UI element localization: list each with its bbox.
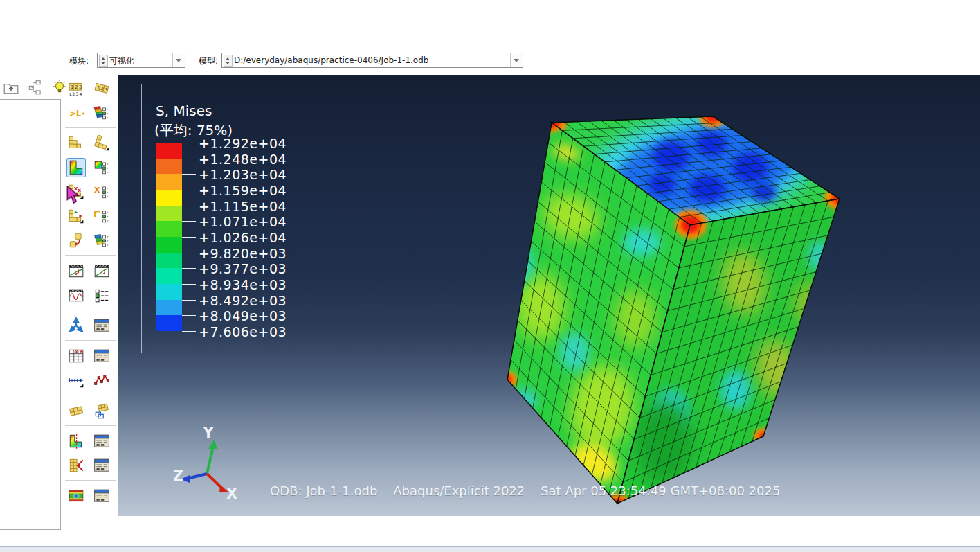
legend-tick-label: +8.934e+03	[199, 277, 287, 292]
model-combobox-value: D:/everyday/abaqus/practice-0406/Job-1-1…	[234, 55, 428, 65]
legend-color-band	[156, 143, 182, 159]
legend-color-band	[156, 221, 182, 237]
legend-tick	[182, 284, 196, 285]
element-labels-icon[interactable]: 123L234	[66, 79, 86, 98]
plot-symbols-icon[interactable]: >L<	[66, 103, 86, 123]
svg-text:L234: L234	[69, 91, 82, 96]
results-tree-panel[interactable]	[0, 99, 61, 530]
state-line-odb: ODB: Job-1-1.odb Abaqus/Explicit 2022 Sa…	[270, 482, 780, 499]
toolbox-row	[62, 155, 118, 179]
ply-stack-plot-icon[interactable]	[66, 456, 86, 475]
stream-options-dialog-icon[interactable]	[92, 486, 111, 506]
contour-legend: S, Mises (平均: 75%) +1.292e+04+1.248e+04+…	[141, 84, 311, 353]
visualization-toolbox: 123L234123>L<xxXXY	[62, 76, 118, 508]
legend-tick	[182, 174, 196, 175]
legend-tick	[182, 206, 196, 206]
xy-path-icon[interactable]	[66, 371, 86, 390]
view-cut-icon[interactable]	[66, 431, 86, 451]
undeformed-shape-icon[interactable]	[66, 134, 86, 153]
legend-color-band	[156, 190, 182, 206]
xy-options-dialog-icon[interactable]	[92, 346, 111, 366]
toolbox-row	[62, 429, 118, 453]
legend-tick	[182, 159, 196, 159]
toolbox-row	[62, 398, 118, 422]
legend-color-band	[156, 237, 182, 253]
toolbox-row	[62, 368, 118, 392]
view-cut-dialog-icon[interactable]	[92, 431, 111, 451]
toolbox-divider	[65, 310, 116, 310]
svg-text:3: 3	[104, 87, 108, 93]
material-orientation-icon[interactable]	[66, 206, 86, 226]
svg-text:X: X	[75, 348, 78, 353]
spinner-icon[interactable]	[224, 55, 233, 67]
legend-tick-label: +8.049e+03	[199, 308, 287, 323]
tree-view-icon[interactable]	[26, 78, 45, 97]
free-body-options-icon[interactable]	[92, 401, 111, 420]
legend-tick	[182, 268, 196, 269]
svg-text:2: 2	[75, 84, 78, 90]
field-output-list-icon[interactable]	[92, 103, 111, 123]
module-combobox-value: 可视化	[109, 55, 134, 67]
toolbox-divider	[65, 425, 116, 426]
deformed-shape-icon[interactable]	[92, 134, 111, 153]
svg-text:Y: Y	[79, 348, 83, 353]
result-options-list-icon[interactable]	[92, 231, 111, 250]
view-triad: Y Z X	[173, 425, 237, 502]
multi-plot-arrows-icon[interactable]	[66, 316, 86, 335]
ply-stack-dialog-icon[interactable]	[92, 456, 111, 475]
toolbox-row	[62, 453, 118, 477]
legend-tick	[182, 253, 196, 253]
contour-options-list-icon[interactable]	[92, 158, 111, 177]
toolbox-row	[62, 258, 118, 283]
viewport-3d[interactable]: Y Z X S, Mises (平均: 75%) +1.292e+04+1.24…	[118, 75, 980, 516]
legend-color-band	[156, 174, 182, 190]
contour-plot-icon[interactable]	[66, 158, 86, 177]
symbols-x-icon[interactable]: xx	[66, 182, 86, 202]
toolbox-divider	[65, 255, 116, 256]
node-labels-icon[interactable]: 123	[92, 79, 111, 98]
model-label: 模型:	[199, 55, 218, 67]
toolbox-divider	[65, 127, 116, 128]
chevron-down-icon[interactable]	[172, 53, 185, 67]
swap-deformed-icon[interactable]	[66, 231, 86, 250]
plot-options-dialog-icon[interactable]	[92, 316, 111, 335]
toolbox-divider	[65, 395, 116, 395]
legend-color-band	[156, 206, 182, 222]
symbol-options-list-icon[interactable]: X	[92, 182, 111, 202]
toolbox-row: 123L234123	[62, 76, 118, 100]
xy-data-table-icon[interactable]: XY	[66, 346, 86, 366]
folder-up-icon[interactable]	[1, 78, 21, 97]
animation-options-list-icon[interactable]	[92, 285, 111, 305]
toolbox-row: XY	[62, 344, 118, 368]
legend-tick	[182, 315, 196, 316]
legend-tick-label: +1.203e+04	[199, 167, 287, 182]
legend-tick	[182, 143, 196, 143]
tree-toolbar	[1, 78, 69, 97]
module-label: 模块:	[69, 55, 89, 67]
model-combobox[interactable]: D:/everyday/abaqus/practice-0406/Job-1-1…	[221, 53, 523, 68]
animate-harmonic-icon[interactable]	[66, 285, 86, 305]
animate-scale-icon[interactable]	[66, 261, 86, 281]
svg-text:Y: Y	[202, 425, 214, 441]
legend-color-band	[156, 315, 182, 331]
legend-tick-label: +9.377e+03	[199, 261, 287, 276]
orientation-options-list-icon[interactable]	[92, 206, 111, 226]
toolbox-divider	[65, 480, 116, 481]
xy-plot-icon[interactable]	[92, 371, 111, 390]
legend-color-band	[156, 300, 182, 316]
spinner-icon[interactable]	[99, 55, 108, 67]
legend-color-band	[156, 159, 182, 175]
toolbox-row	[62, 483, 118, 508]
context-bar: 模块: 可视化 模型: D:/everyday/abaqus/practice-…	[0, 51, 980, 71]
module-combobox[interactable]: 可视化	[97, 53, 185, 68]
legend-tick	[182, 190, 196, 190]
chevron-down-icon[interactable]	[510, 53, 523, 67]
animate-history-icon[interactable]	[92, 261, 111, 281]
legend-color-band	[156, 268, 182, 284]
free-body-cut-icon[interactable]	[66, 401, 86, 420]
stream-plot-icon[interactable]	[66, 486, 86, 506]
legend-tick	[182, 331, 196, 332]
legend-tick-label: +1.026e+04	[199, 230, 287, 245]
legend-tick-label: +1.071e+04	[199, 214, 287, 229]
toolbox-row: >L<	[62, 100, 118, 125]
